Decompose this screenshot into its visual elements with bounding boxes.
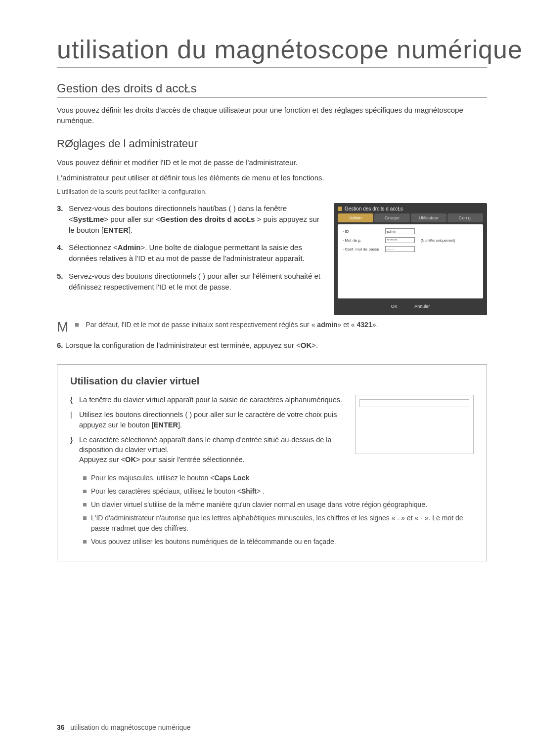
note-text: Par défaut, l'ID et le mot de passe init… <box>86 320 487 330</box>
step-3: 3. Servez-vous des boutons directionnels… <box>57 203 322 235</box>
ui-form-panel: · ID admin · Mot de p. ******** (NumØro … <box>338 224 483 298</box>
section-title: Gestion des droits d accŁs <box>57 82 487 98</box>
mouse-note: L'utilisation de la souris peut facilite… <box>57 188 487 195</box>
vk-bullet-3: Un clavier virtuel s'utilise de la même … <box>83 500 474 510</box>
subsection-line2: L'administrateur peut utiliser et défini… <box>57 172 487 183</box>
default-credentials-note: M Par défaut, l'ID et le mot de passe in… <box>57 320 487 334</box>
vk-step-1: { La fenêtre du clavier virtuel apparaît… <box>70 395 344 405</box>
vk-marker-2: | <box>70 410 75 430</box>
vk-input-outline <box>359 399 469 407</box>
step-3-number: 3. <box>57 203 66 235</box>
subsection-title: RØglages de l administrateur <box>57 137 487 150</box>
ui-tabs: Admin Groupe Utilisateur Con g. <box>338 213 483 222</box>
vk-bullet-5: Vous pouvez utiliser les boutons numériq… <box>83 537 474 547</box>
vk-image-placeholder <box>355 395 474 454</box>
virtual-keyboard-box: Utilisation du clavier virtuel { La fenê… <box>57 364 487 561</box>
vk-marker-1: { <box>70 395 75 405</box>
step-6-number: 6. <box>57 341 63 349</box>
id-input[interactable]: admin <box>385 228 415 234</box>
subsection-line1: Vous pouvez définir et modifier l'ID et … <box>57 157 487 168</box>
tab-utilisateur[interactable]: Utilisateur <box>411 213 446 222</box>
pw-hint: (NumØro uniquement) <box>421 239 455 242</box>
steps-column: 3. Servez-vous des boutons directionnels… <box>57 203 322 299</box>
tab-admin[interactable]: Admin <box>338 213 373 222</box>
cpw-label: · Conf. mot de passe <box>343 247 382 252</box>
ui-title: Gestion des droits d accŁs <box>345 206 403 211</box>
vk-title: Utilisation du clavier virtuel <box>70 376 474 387</box>
vk-bullet-2: Pour les caractères spéciaux, utilisez l… <box>83 486 474 497</box>
step-6: 6. Lorsque la configuration de l'adminis… <box>57 341 487 349</box>
step-4: 4. Sélectionnez <Admin>. Une boîte de di… <box>57 242 322 264</box>
footer-text: utilisation du magnétoscope numérique <box>70 723 191 731</box>
vk-step-2-body: Utilisez les boutons directionnels ( ) p… <box>79 410 344 430</box>
tab-groupe[interactable]: Groupe <box>374 213 410 222</box>
chapter-title: utilisation du magnétoscope numérique <box>57 35 487 68</box>
vk-step-3-body: Le caractère sélectionné apparaît dans l… <box>79 435 344 465</box>
vk-marker-3: } <box>70 435 75 465</box>
note-m-icon: M <box>57 320 68 334</box>
id-label: · ID <box>343 229 382 234</box>
step-3-body: Servez-vous des boutons directionnels ha… <box>69 203 322 235</box>
vk-bullet-1: Pour les majuscules, utilisez le bouton … <box>83 473 474 483</box>
ui-buttons: OK Annuler <box>338 302 483 310</box>
page-footer: 36_ utilisation du magnétoscope numériqu… <box>57 723 191 731</box>
bullet-icon <box>75 323 79 327</box>
vk-step-2: | Utilisez les boutons directionnels ( )… <box>70 410 344 430</box>
cpw-input[interactable]: ········ <box>385 246 415 252</box>
pw-input[interactable]: ******** <box>385 237 415 243</box>
ui-mock-panel: Gestion des droits d accŁs Admin Groupe … <box>334 203 487 315</box>
step-4-number: 4. <box>57 242 66 264</box>
person-icon <box>338 207 342 211</box>
step-4-body: Sélectionnez <Admin>. Une boîte de dialo… <box>69 242 322 264</box>
id-row: · ID admin <box>343 228 478 234</box>
page-number: 36 <box>57 723 65 731</box>
pw-label: · Mot de p. <box>343 238 382 243</box>
ok-button[interactable]: OK <box>385 302 403 310</box>
pw-row: · Mot de p. ******** (NumØro uniquement) <box>343 237 478 243</box>
vk-bullets: Pour les majuscules, utilisez le bouton … <box>70 473 474 547</box>
tab-config[interactable]: Con g. <box>447 213 483 222</box>
vk-step-3: } Le caractère sélectionné apparaît dans… <box>70 435 344 465</box>
vk-bullet-4: L'ID d'administrateur n'autorise que les… <box>83 513 474 534</box>
vk-step-1-body: La fenêtre du clavier virtuel apparaît p… <box>79 395 344 405</box>
step-5-body: Servez-vous des boutons directionnels ( … <box>69 271 322 293</box>
cpw-row: · Conf. mot de passe ········ <box>343 246 478 252</box>
footer-sep: _ <box>65 723 71 731</box>
step-5-number: 5. <box>57 271 66 293</box>
vk-steps-col: { La fenêtre du clavier virtuel apparaît… <box>70 395 344 470</box>
cancel-button[interactable]: Annuler <box>408 302 436 310</box>
step-5: 5. Servez-vous des boutons directionnels… <box>57 271 322 293</box>
section-intro: Vous pouvez définir les droits d'accès d… <box>57 105 487 126</box>
